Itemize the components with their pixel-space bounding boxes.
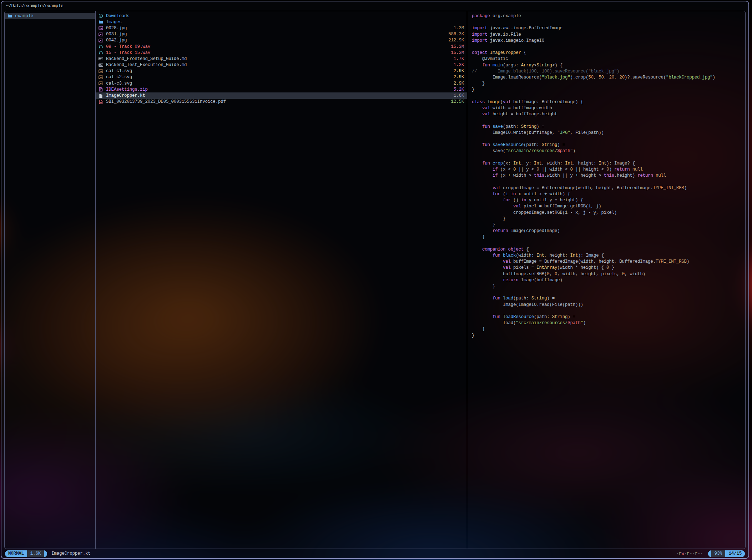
file-row[interactable]: Images	[96, 19, 467, 25]
breadcrumb: ~/Data/example/example	[6, 4, 64, 9]
code-line: fun crop(x: Int, y: Int, width: Int, hei…	[472, 161, 741, 167]
image-icon	[99, 38, 104, 43]
permissions-text: -rw-r--r--	[676, 551, 703, 556]
file-row[interactable]: cal-c2.svg2.9K	[96, 74, 467, 80]
file-size: 12.5K	[451, 99, 464, 104]
file-size: 1.7K	[454, 56, 464, 61]
file-size: 15.3M	[451, 50, 464, 55]
file-row[interactable]: 0031.jpg586.3K	[96, 31, 467, 37]
image-icon	[99, 75, 104, 80]
file-name: 0042.jpg	[106, 38, 445, 43]
file-name: 0028.jpg	[106, 26, 451, 31]
folder-icon	[7, 14, 13, 18]
parent-pane[interactable]: example	[5, 11, 96, 549]
terminal-window: ~/Data/example/example example Downloads…	[1, 1, 749, 559]
code-line: }	[472, 81, 741, 87]
code-line: ImageIO.write(buffImage, "JPG", File(pat…	[472, 130, 741, 136]
code-line	[472, 19, 741, 25]
code-line	[472, 155, 741, 161]
file-row[interactable]: 15 - Track 15.wav15.3M	[96, 50, 467, 56]
file-size: 2.9K	[454, 75, 464, 80]
code-line: val pixels = IntArray(width * height) { …	[472, 265, 741, 271]
image-icon	[99, 69, 104, 74]
code-line: import javax.imageio.ImageIO	[472, 38, 741, 44]
cursor-position-badge: 14/15	[725, 550, 745, 557]
file-name: cal-c2.svg	[106, 75, 451, 80]
file-row[interactable]: Backend_Test_Execution_Guide.md1.3K	[96, 62, 467, 68]
pdf-icon	[99, 100, 104, 104]
code-line: import java.awt.image.BufferedImage	[472, 25, 741, 31]
code-line: if (x + width > this.width || y + height…	[472, 173, 741, 179]
header-bar: ~/Data/example/example	[1, 1, 748, 11]
file-row[interactable]: cal-c1.svg2.9K	[96, 68, 467, 74]
parent-dir-row[interactable]: example	[5, 13, 95, 19]
pill-cap	[44, 550, 47, 557]
code-line	[472, 179, 741, 185]
file-row[interactable]: cal-c3.svg2.9K	[96, 80, 467, 86]
panes-container: example DownloadsImages0028.jpg1.3M0031.…	[4, 11, 746, 549]
code-line: }	[472, 234, 741, 240]
code-line: for (i in x until x + width) {	[472, 191, 741, 197]
file-name: example	[15, 14, 92, 19]
download-icon	[99, 14, 104, 18]
file-pane[interactable]: DownloadsImages0028.jpg1.3M0031.jpg586.3…	[96, 11, 467, 549]
position-pill: 93% 14/15	[708, 550, 745, 557]
file-size: 1.3M	[454, 26, 464, 31]
file-size: 2.9K	[454, 69, 464, 74]
code-line: if (x < 0 || y < 0 || width < 0 || heigh…	[472, 167, 741, 173]
file-row[interactable]: SBI_0032013739_2023_DE05_0003155631Invoi…	[96, 99, 467, 105]
code-line	[472, 289, 741, 296]
file-row[interactable]: 09 - Track 09.wav15.3M	[96, 44, 467, 50]
code-line: load("src/main/resources/$path")	[472, 320, 741, 326]
file-icon	[99, 94, 104, 98]
image-icon	[99, 32, 104, 37]
file-row[interactable]: ImageCropper.kt1.6K	[96, 92, 467, 99]
code-line: // Image.black(100, 100).saveResource("b…	[472, 69, 741, 75]
file-row[interactable]: Backend_Frontend_Setup_Guide.md1.7K	[96, 56, 467, 62]
code-line: val croppedImage = BufferedImage(width, …	[472, 185, 741, 191]
code-line: @JvmStatic	[472, 56, 741, 62]
file-name: cal-c3.svg	[106, 81, 451, 86]
audio-icon	[99, 44, 104, 49]
code-line	[472, 44, 741, 50]
markdown-icon	[99, 56, 104, 61]
code-line: val width = buffImage.width	[472, 105, 741, 111]
code-line: }	[472, 283, 741, 289]
file-row[interactable]: 0042.jpg212.9K	[96, 37, 467, 44]
code-line: }	[472, 87, 741, 93]
file-name: cal-c1.svg	[106, 69, 451, 74]
code-line: save("src/main/resources/$path")	[472, 148, 741, 154]
code-line: fun black(width: Int, height: Int): Imag…	[472, 253, 741, 259]
code-line: fun main(args: Array<String>) {	[472, 62, 741, 69]
code-line: }	[472, 333, 741, 339]
code-line: }	[472, 326, 741, 332]
code-line	[472, 117, 741, 123]
file-size-badge: 1.6K	[27, 550, 44, 557]
code-line: val buffImage = BufferedImage(width, hei…	[472, 259, 741, 265]
file-name: 09 - Track 09.wav	[106, 44, 448, 49]
code-line: buffImage.setRGB(0, 0, width, height, pi…	[472, 271, 741, 277]
code-line: Image(ImageIO.read(File(path)))	[472, 302, 741, 308]
code-line: return Image(buffImage)	[472, 277, 741, 283]
code-line: return Image(croppedImage)	[472, 228, 741, 234]
code-line: package org.example	[472, 13, 741, 19]
preview-pane[interactable]: package org.example import java.awt.imag…	[467, 11, 745, 549]
mode-pill: NORMAL 1.6K	[5, 550, 47, 557]
code-line: val pixel = buffImage.getRGB(i, j)	[472, 203, 741, 210]
code-line	[472, 93, 741, 99]
file-row[interactable]: Downloads	[96, 13, 467, 19]
image-icon	[99, 81, 104, 86]
code-line	[472, 136, 741, 142]
file-size: 1.6K	[454, 93, 464, 98]
file-row[interactable]: 0028.jpg1.3M	[96, 25, 467, 31]
folder-icon	[99, 20, 104, 24]
file-size: 1.3K	[454, 62, 464, 67]
statusbar-filename: ImageCropper.kt	[51, 551, 91, 556]
mode-badge: NORMAL	[5, 550, 27, 557]
file-size: 15.3M	[451, 44, 464, 49]
code-line: object ImageCropper {	[472, 50, 741, 56]
file-name: 15 - Track 15.wav	[106, 50, 448, 55]
status-bar: NORMAL 1.6K ImageCropper.kt -rw-r--r-- 9…	[1, 549, 748, 558]
scroll-percent-badge: 93%	[711, 550, 726, 557]
file-row[interactable]: IDEAsettings.zip5.2K	[96, 86, 467, 92]
